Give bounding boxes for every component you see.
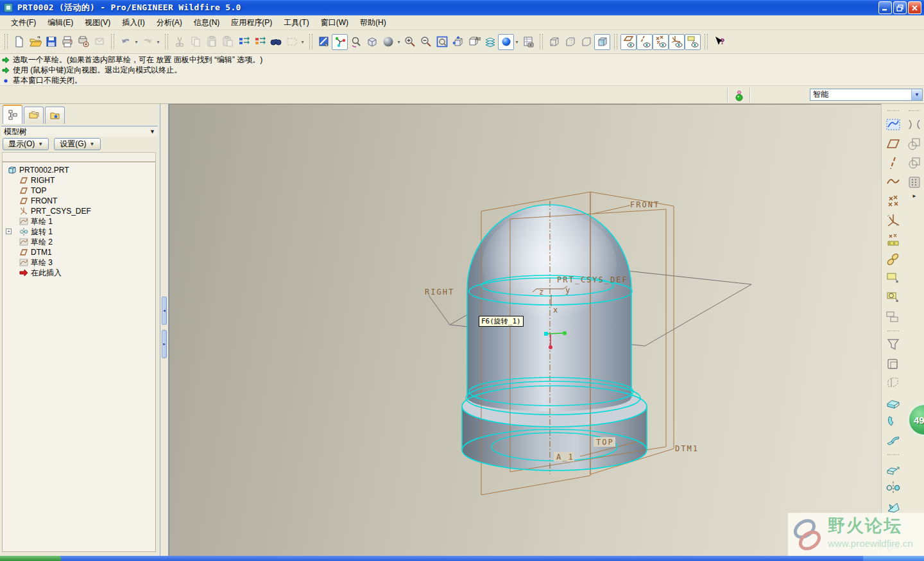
regenerate-button[interactable] xyxy=(235,34,252,50)
locator-x-handle[interactable] xyxy=(549,345,552,349)
select-box-dropdown-icon[interactable]: ▾ xyxy=(300,39,305,45)
datum-axis-tool-button[interactable] xyxy=(885,155,902,171)
tab-favorites[interactable] xyxy=(45,107,65,124)
cut-button[interactable] xyxy=(171,34,187,50)
flyout-arrow-icon[interactable]: ► xyxy=(912,193,917,199)
expand-icon[interactable]: + xyxy=(6,229,12,234)
menu-help[interactable]: 帮助(H) xyxy=(354,15,392,30)
start-button-fragment[interactable] xyxy=(0,556,61,561)
annotations-button[interactable]: AB xyxy=(466,34,482,50)
close-button[interactable] xyxy=(908,1,921,14)
print-button[interactable] xyxy=(59,34,75,50)
dtm1-plane-label[interactable]: DTM1 xyxy=(675,444,699,453)
tree-item-revolve[interactable]: + 旋转 1 xyxy=(3,227,155,237)
menu-edit[interactable]: 编辑(E) xyxy=(42,15,79,30)
render-style-dropdown-icon[interactable]: ▾ xyxy=(396,39,402,45)
collapse-left-button[interactable]: ◂ xyxy=(162,297,167,325)
combo-dropdown-button[interactable]: ▼ xyxy=(911,89,922,100)
selection-filter-combobox[interactable]: 智能 ▼ xyxy=(810,89,923,101)
datum-axis-display-button[interactable] xyxy=(637,34,653,50)
zoom-in-button[interactable] xyxy=(402,34,418,50)
csys-display-button[interactable] xyxy=(669,34,685,50)
tree-item-sketch2[interactable]: 草绘 2 xyxy=(3,237,155,247)
appearance-gallery-button[interactable] xyxy=(498,34,514,50)
locator-y-handle[interactable] xyxy=(563,331,567,335)
note-tag-a-tool-button[interactable] xyxy=(885,289,902,306)
axis-tag[interactable]: A_1 xyxy=(554,452,574,462)
point-display-button[interactable] xyxy=(653,34,669,50)
panel-menu-icon[interactable]: ▼ xyxy=(150,128,155,135)
note-tag-tool-button[interactable] xyxy=(885,270,902,287)
panel-splitter[interactable]: ◂ ▸ xyxy=(160,104,169,556)
datum-plane-display-button[interactable] xyxy=(620,34,637,50)
select-box-button[interactable] xyxy=(284,34,300,50)
shell-tool-button[interactable] xyxy=(885,356,902,372)
chain-tool-button[interactable] xyxy=(885,251,902,268)
context-help-button[interactable]: ? xyxy=(711,34,727,50)
restore-button[interactable] xyxy=(893,1,907,14)
menu-tools[interactable]: 工具(T) xyxy=(278,15,314,30)
menu-info[interactable]: 信息(N) xyxy=(188,15,226,30)
tree-item-right[interactable]: RIGHT xyxy=(3,175,155,186)
tree-item-top[interactable]: TOP xyxy=(3,186,155,196)
regenerate-manager-button[interactable] xyxy=(252,34,268,50)
tree-item-front[interactable]: FRONT xyxy=(3,196,155,206)
print-setup-button[interactable] xyxy=(75,34,91,50)
wireframe-display-button[interactable] xyxy=(546,34,562,50)
hidden-line-display-button[interactable] xyxy=(562,34,578,50)
no-hidden-display-button[interactable] xyxy=(578,34,594,50)
menu-view[interactable]: 视图(V) xyxy=(79,15,116,30)
render-style-button[interactable] xyxy=(380,34,396,50)
save-file-button[interactable] xyxy=(43,34,59,50)
tree-item-sketch3[interactable]: 草绘 3 xyxy=(3,257,155,268)
orient-mode-button[interactable] xyxy=(348,34,364,50)
redo-dropdown-icon[interactable]: ▾ xyxy=(155,39,161,45)
undo-dropdown-icon[interactable]: ▾ xyxy=(133,39,139,45)
wrap-curve-tool-button[interactable] xyxy=(906,155,923,171)
boundary-blend-tool-button[interactable] xyxy=(885,460,902,477)
datum-point-tool-button[interactable] xyxy=(885,193,902,210)
show-button[interactable]: 显示(O) ▼ xyxy=(3,138,49,150)
zoom-out-button[interactable] xyxy=(418,34,434,50)
annotation-display-button[interactable] xyxy=(685,34,701,50)
menu-insert[interactable]: 插入(I) xyxy=(116,15,150,30)
layers-button[interactable] xyxy=(482,34,498,50)
tree-item-part[interactable]: PRT0002.PRT xyxy=(3,165,155,175)
collapse-right-button[interactable]: ▸ xyxy=(162,330,167,358)
revolve-tool-button[interactable] xyxy=(885,413,902,430)
note-tags-tool-button[interactable] xyxy=(885,309,902,325)
hole-tool-button[interactable] xyxy=(885,336,902,353)
menu-applications[interactable]: 应用程序(P) xyxy=(225,15,278,30)
graphics-area[interactable]: z y x FRONT RIGHT DTM1 PRT_CSYS_DEF TOP … xyxy=(169,104,881,556)
repaint-button[interactable] xyxy=(316,34,332,50)
refit-button[interactable] xyxy=(434,34,450,50)
draft-tool-button[interactable] xyxy=(885,375,902,392)
round-tool-button[interactable] xyxy=(906,116,923,133)
top-plane-tag[interactable]: TOP xyxy=(594,437,615,447)
open-file-button[interactable] xyxy=(27,34,43,50)
tab-folder-browser[interactable] xyxy=(24,107,44,124)
offset-point-tool-button[interactable] xyxy=(885,232,902,248)
right-plane-label[interactable]: RIGHT xyxy=(425,288,454,297)
model-view[interactable]: z y x FRONT RIGHT DTM1 PRT_CSYS_DEF TOP … xyxy=(169,105,882,557)
view-manager-button[interactable] xyxy=(520,34,536,50)
sweep-tool-button[interactable] xyxy=(885,433,902,449)
csys-label[interactable]: PRT_CSYS_DEF xyxy=(557,275,628,284)
menu-file[interactable]: 文件(F) xyxy=(5,15,42,30)
find-button[interactable] xyxy=(268,34,284,50)
csys-tool-button[interactable] xyxy=(885,212,902,229)
tree-item-sketch1[interactable]: 草绘 1 xyxy=(3,216,155,227)
appearance-dropdown-icon[interactable]: ▾ xyxy=(514,39,520,45)
paste-special-button[interactable] xyxy=(219,34,235,50)
send-email-button[interactable] xyxy=(91,34,107,50)
regeneration-status-icon[interactable] xyxy=(733,89,746,102)
tree-item-csys[interactable]: PRT_CSYS_DEF xyxy=(3,206,155,216)
minimize-button[interactable] xyxy=(878,1,892,14)
datum-plane-tool-button[interactable] xyxy=(885,135,902,152)
title-bar[interactable]: PRT0002 (活动的) - Pro/ENGINEER Wildfire 5.… xyxy=(0,0,924,15)
sketch-tool-button[interactable] xyxy=(885,116,902,133)
menu-analysis[interactable]: 分析(A) xyxy=(151,15,188,30)
windows-taskbar[interactable] xyxy=(0,556,924,561)
spin-center-button[interactable] xyxy=(332,34,348,50)
new-file-button[interactable] xyxy=(11,34,27,50)
